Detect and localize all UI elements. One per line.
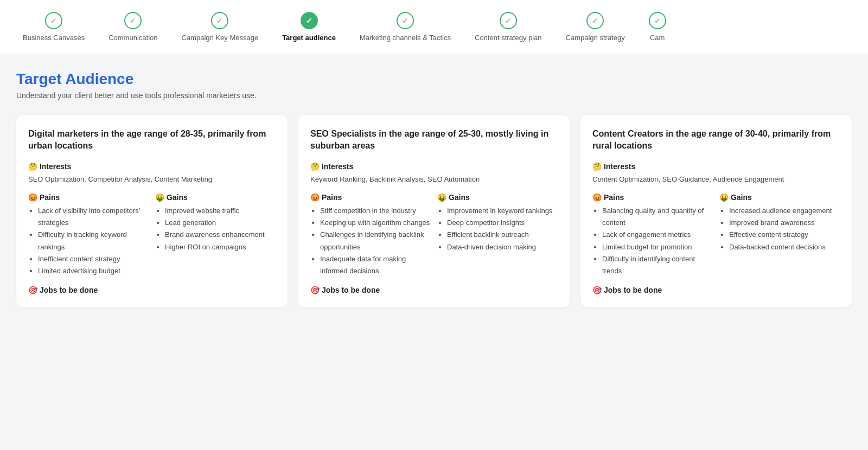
list-item: Lack of engagement metrics [602,229,713,241]
card-1-gains-list: Improved website traffic Lead generation… [155,205,276,253]
nav-label-marketing-channels: Marketing channels & Tactics [360,34,451,42]
card-3-jobs-label: 🎯 Jobs to be done [592,286,840,294]
list-item: Difficulty in tracking keyword rankings [38,229,149,253]
card-1-pains-gains: 😡 Pains Lack of visibility into competit… [28,193,276,277]
card-2-interests-text: Keyword Ranking, Backlink Analysis, SEO … [310,174,558,185]
nav-item-cam[interactable]: ✓ Cam [637,4,678,49]
list-item: Challenges in identifying backlink oppor… [320,229,431,253]
nav-label-campaign-key-message: Campaign Key Message [182,34,259,42]
card-2-interests-label: 🤔 Interests [310,162,558,171]
list-item: Difficulty in identifying content trends [602,253,713,277]
list-item: Stiff competition in the industry [320,205,431,217]
list-item: Improvement in keyword rankings [447,205,558,217]
card-3-interests-text: Content Optimization, SEO Guidance, Audi… [592,174,840,185]
nav-item-marketing-channels[interactable]: ✓ Marketing channels & Tactics [348,4,463,49]
nav-item-business-canvases[interactable]: ✓ Business Canvases [11,4,97,49]
main-content: Target Audience Understand your client b… [0,54,868,329]
nav-circle-business-canvases: ✓ [45,12,62,29]
card-3-gains: 🤑 Gains Increased audience engagement Im… [719,193,840,277]
card-3-pains-gains: 😡 Pains Balancing quality and quantity o… [592,193,840,277]
card-2-gains-label: 🤑 Gains [437,193,558,202]
card-2-gains: 🤑 Gains Improvement in keyword rankings … [437,193,558,277]
nav-circle-campaign-key-message: ✓ [211,12,228,29]
list-item: Improved website traffic [165,205,276,217]
list-item: Higher ROI on campaigns [165,241,276,253]
list-item: Efficient backlink outreach [447,229,558,241]
list-item: Deep competitor insights [447,217,558,229]
card-2-gains-list: Improvement in keyword rankings Deep com… [437,205,558,253]
card-1-pains-label: 😡 Pains [28,193,149,202]
nav-circle-target-audience: ✓ [301,12,318,29]
card-1-jobs-label: 🎯 Jobs to be done [28,286,276,294]
nav-circle-campaign-strategy: ✓ [586,12,604,29]
list-item: Effective content strategy [729,229,840,241]
card-1-interests-label: 🤔 Interests [28,162,276,171]
card-3-interests-label: 🤔 Interests [592,162,840,171]
nav-item-campaign-strategy[interactable]: ✓ Campaign strategy [554,4,637,49]
card-2-pains: 😡 Pains Stiff competition in the industr… [310,193,431,277]
card-3-pains: 😡 Pains Balancing quality and quantity o… [592,193,713,277]
nav-label-cam: Cam [650,34,665,42]
card-3-pains-label: 😡 Pains [592,193,713,202]
page-title: Target Audience [16,70,852,88]
list-item: Improved brand awareness [729,217,840,229]
card-1-gains: 🤑 Gains Improved website traffic Lead ge… [155,193,276,277]
card-1-pains-list: Lack of visibility into competitors' str… [28,205,149,277]
card-2-jobs-label: 🎯 Jobs to be done [310,286,558,294]
cards-grid: Digital marketers in the age range of 28… [16,115,852,307]
card-2-pains-label: 😡 Pains [310,193,431,202]
list-item: Data-driven decision making [447,241,558,253]
nav-circle-marketing-channels: ✓ [397,12,414,29]
nav-label-target-audience: Target audience [282,34,336,42]
nav-circle-communication: ✓ [124,12,142,29]
page-subtitle: Understand your client better and use to… [16,91,852,100]
card-2-pains-list: Stiff competition in the industry Keepin… [310,205,431,277]
audience-card-1: Digital marketers in the age range of 28… [16,115,288,307]
nav-item-target-audience[interactable]: ✓ Target audience [270,4,348,49]
nav-bar: ✓ Business Canvases ✓ Communication ✓ Ca… [0,0,868,54]
list-item: Limited budget for promotion [602,241,713,253]
list-item: Increased audience engagement [729,205,840,217]
list-item: Limited advertising budget [38,265,149,277]
card-3-gains-label: 🤑 Gains [719,193,840,202]
nav-circle-content-strategy-plan: ✓ [500,12,517,29]
list-item: Brand awareness enhancement [165,229,276,241]
list-item: Keeping up with algorithm changes [320,217,431,229]
list-item: Balancing quality and quantity of conten… [602,205,713,229]
card-3-pains-list: Balancing quality and quantity of conten… [592,205,713,277]
nav-item-campaign-key-message[interactable]: ✓ Campaign Key Message [170,4,271,49]
nav-item-communication[interactable]: ✓ Communication [97,4,169,49]
card-3-title: Content Creators in the age range of 30-… [592,128,840,152]
list-item: Inadequate data for making informed deci… [320,253,431,277]
list-item: Lack of visibility into competitors' str… [38,205,149,229]
audience-card-3: Content Creators in the age range of 30-… [580,115,852,307]
list-item: Data-backed content decisions [729,241,840,253]
list-item: Lead generation [165,217,276,229]
card-3-gains-list: Increased audience engagement Improved b… [719,205,840,253]
card-2-title: SEO Specialists in the age range of 25-3… [310,128,558,152]
card-1-interests-text: SEO Optimization, Competitor Analysis, C… [28,174,276,185]
card-1-gains-label: 🤑 Gains [155,193,276,202]
nav-label-business-canvases: Business Canvases [23,34,85,42]
nav-label-communication: Communication [108,34,157,42]
nav-circle-cam: ✓ [649,12,666,29]
card-1-title: Digital marketers in the age range of 28… [28,128,276,152]
list-item: Inefficient content strategy [38,253,149,265]
nav-label-content-strategy-plan: Content strategy plan [475,34,542,42]
nav-label-campaign-strategy: Campaign strategy [566,34,625,42]
card-2-pains-gains: 😡 Pains Stiff competition in the industr… [310,193,558,277]
nav-item-content-strategy-plan[interactable]: ✓ Content strategy plan [463,4,554,49]
card-1-pains: 😡 Pains Lack of visibility into competit… [28,193,149,277]
audience-card-2: SEO Specialists in the age range of 25-3… [298,115,570,307]
